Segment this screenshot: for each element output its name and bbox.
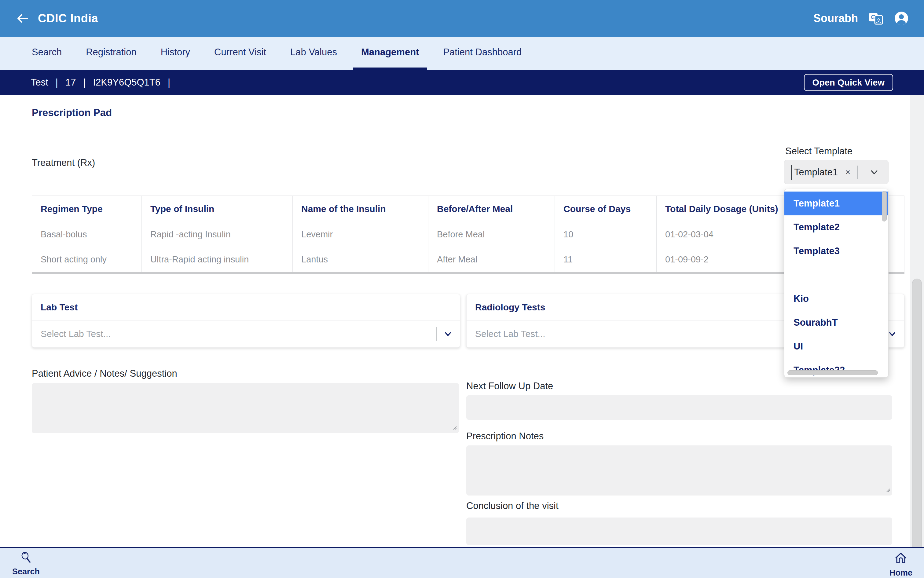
col-header-name-of-insulin: Name of the Insulin — [293, 196, 429, 222]
prescription-notes-label: Prescription Notes — [466, 431, 544, 442]
cell-type-of-insulin: Rapid -acting Insulin — [142, 222, 293, 247]
tab-patient-dashboard[interactable]: Patient Dashboard — [435, 37, 529, 70]
cell-name-of-insulin: Levemir — [293, 222, 429, 247]
lab-test-select[interactable]: Select Lab Test... — [32, 320, 460, 347]
option-template2[interactable]: Template2 — [784, 215, 888, 239]
tab-registration[interactable]: Registration — [78, 37, 144, 70]
account-avatar-icon[interactable] — [894, 11, 909, 26]
svg-text:文: 文 — [876, 17, 881, 23]
bottom-nav-home[interactable]: Home — [890, 551, 913, 578]
chevron-down-icon[interactable] — [870, 168, 879, 178]
open-quick-view-button[interactable]: Open Quick View — [804, 74, 893, 91]
option-blank[interactable] — [784, 263, 888, 287]
table-horizontal-scrollbar[interactable] — [32, 272, 905, 274]
search-icon — [19, 551, 32, 565]
translate-icon[interactable]: G 文 — [869, 11, 883, 26]
col-header-before-after-meal: Before/After Meal — [429, 196, 555, 222]
resize-grip-icon[interactable] — [451, 425, 457, 431]
template-combobox-value: Template1 — [794, 160, 838, 185]
col-header-type-of-insulin: Type of Insulin — [142, 196, 293, 222]
option-kio[interactable]: Kio — [784, 287, 888, 311]
next-follow-up-input[interactable] — [466, 395, 892, 420]
table-row: Basal-bolus Rapid -acting Insulin Levemi… — [32, 222, 905, 247]
cell-course-of-days: 11 — [555, 247, 657, 272]
option-sourabht[interactable]: SourabhT — [784, 311, 888, 334]
option-template1[interactable]: Template1 — [784, 192, 888, 215]
radiology-placeholder: Select Lab Test... — [475, 329, 546, 339]
patient-info: Test | 17 | I2K9Y6Q5Q1T6 | — [31, 77, 170, 88]
select-template-label: Select Template — [785, 146, 853, 157]
page-scrollbar-thumb[interactable] — [912, 279, 922, 559]
chevron-down-icon[interactable] — [888, 330, 897, 340]
tab-management[interactable]: Management — [353, 37, 427, 70]
patient-context-bar: Test | 17 | I2K9Y6Q5Q1T6 | Open Quick Vi… — [0, 70, 924, 95]
prescription-notes-textarea[interactable] — [466, 445, 892, 495]
col-header-regimen-type: Regimen Type — [32, 196, 142, 222]
combobox-divider — [857, 166, 858, 179]
search-label: Search — [12, 567, 40, 576]
separator: | — [168, 77, 170, 88]
page-title: Prescription Pad — [32, 107, 112, 119]
next-follow-up-label: Next Follow Up Date — [466, 381, 553, 392]
cell-before-after-meal: After Meal — [429, 247, 555, 272]
cell-course-of-days: 10 — [555, 222, 657, 247]
home-icon — [894, 551, 908, 567]
tab-current-visit[interactable]: Current Visit — [206, 37, 274, 70]
template-combobox[interactable]: Template1 × — [784, 160, 888, 184]
conclusion-input[interactable] — [466, 518, 892, 545]
cell-regimen-type: Short acting only — [32, 247, 142, 272]
dropdown-horizontal-scrollbar[interactable] — [788, 370, 878, 375]
page-scrollbar-track[interactable] — [910, 95, 924, 547]
option-ui[interactable]: UI — [784, 334, 888, 358]
table-header-row: Regimen Type Type of Insulin Name of the… — [32, 196, 905, 222]
tab-search[interactable]: Search — [24, 37, 70, 70]
separator: | — [55, 77, 58, 88]
clear-icon[interactable]: × — [846, 160, 850, 185]
table-row: Short acting only Ultra-Rapid acting ins… — [32, 247, 905, 272]
template-dropdown-menu: Template1 Template2 Template3 Kio Sourab… — [784, 189, 888, 378]
bottom-nav-search[interactable]: Search — [12, 551, 40, 576]
patient-advice-textarea[interactable] — [32, 383, 459, 433]
dropdown-vertical-scrollbar[interactable] — [882, 191, 887, 221]
lab-test-card-title: Lab Test — [32, 294, 460, 320]
separator: | — [83, 77, 86, 88]
option-template3[interactable]: Template3 — [784, 239, 888, 263]
patient-age: 17 — [65, 77, 76, 88]
select-divider — [436, 327, 437, 341]
bottom-nav-bar: Search Home — [0, 547, 924, 578]
patient-id: I2K9Y6Q5Q1T6 — [93, 77, 161, 88]
main-nav-tabs: Search Registration History Current Visi… — [0, 37, 924, 70]
cell-regimen-type: Basal-bolus — [32, 222, 142, 247]
home-label: Home — [890, 568, 913, 578]
cell-type-of-insulin: Ultra-Rapid acting insulin — [142, 247, 293, 272]
treatment-section-label: Treatment (Rx) — [32, 157, 95, 168]
cell-before-after-meal: Before Meal — [429, 222, 555, 247]
app-title: CDIC India — [38, 12, 98, 25]
conclusion-label: Conclusion of the visit — [466, 500, 559, 511]
patient-name: Test — [31, 77, 48, 88]
treatment-table: Regimen Type Type of Insulin Name of the… — [32, 195, 905, 272]
app-window: CDIC India Sourabh G 文 — [0, 0, 924, 578]
resize-grip-icon[interactable] — [885, 487, 890, 494]
lab-test-card: Lab Test Select Lab Test... — [32, 294, 460, 347]
text-cursor — [791, 165, 792, 180]
patient-advice-label: Patient Advice / Notes/ Suggestion — [32, 368, 177, 379]
template-option-list: Template1 Template2 Template3 Kio Sourab… — [784, 192, 888, 378]
lab-test-placeholder: Select Lab Test... — [41, 329, 111, 339]
user-name: Sourabh — [814, 12, 858, 25]
cell-name-of-insulin: Lantus — [293, 247, 429, 272]
tab-history[interactable]: History — [153, 37, 198, 70]
col-header-course-of-days: Course of Days — [555, 196, 657, 222]
top-header: CDIC India Sourabh G 文 — [0, 0, 924, 37]
chevron-down-icon[interactable] — [443, 330, 453, 340]
back-arrow-icon[interactable] — [16, 11, 29, 25]
tab-lab-values[interactable]: Lab Values — [283, 37, 345, 70]
